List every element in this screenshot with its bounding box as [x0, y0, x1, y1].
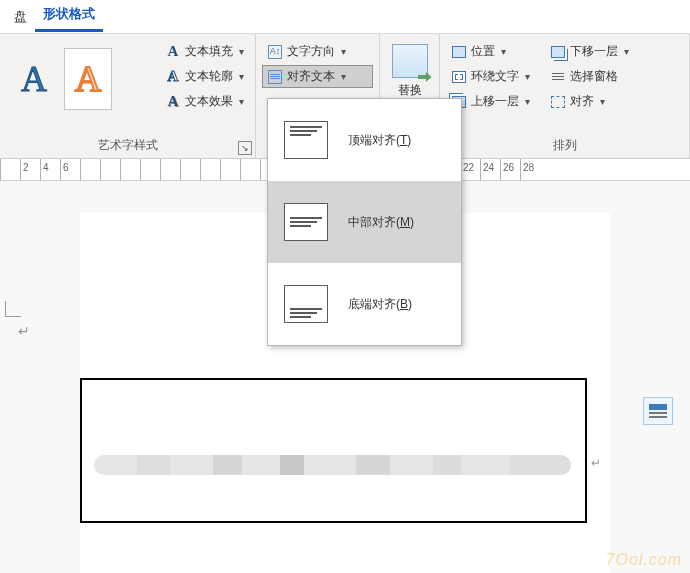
tab-prev[interactable]: 盘 — [6, 4, 35, 30]
position-label: 位置 — [471, 43, 495, 60]
text-fill-button[interactable]: A 文本填充 ▾ — [160, 40, 249, 63]
align-objects-label: 对齐 — [570, 93, 594, 110]
align-middle-label: 中部对齐(M) — [348, 214, 414, 231]
caret-icon: ▾ — [239, 71, 244, 82]
position-icon — [451, 44, 467, 60]
caret-icon: ▾ — [525, 71, 530, 82]
caret-icon: ▾ — [624, 46, 629, 57]
align-top-label: 顶端对齐(T) — [348, 132, 411, 149]
align-objects-icon — [550, 94, 566, 110]
bring-forward-label: 上移一层 — [471, 93, 519, 110]
align-bottom-label: 底端对齐(B) — [348, 296, 412, 313]
text-effects-label: 文本效果 — [185, 93, 233, 110]
text-direction-label: 文字方向 — [287, 43, 335, 60]
align-bottom-item[interactable]: 底端对齐(B) — [268, 263, 461, 345]
caret-icon: ▾ — [341, 46, 346, 57]
replace-icon — [392, 44, 428, 78]
paragraph-mark: ↵ — [18, 323, 30, 339]
caret-icon: ▾ — [501, 46, 506, 57]
text-outline-button[interactable]: A 文本轮廓 ▾ — [160, 65, 249, 88]
position-button[interactable]: 位置 ▾ — [446, 40, 535, 63]
dialog-launcher-wordart[interactable]: ↘ — [238, 141, 252, 155]
margin-corner — [5, 301, 21, 317]
paragraph-mark: ↵ — [591, 456, 601, 470]
wrap-text-button[interactable]: 环绕文字 ▾ — [446, 65, 535, 88]
align-top-icon — [284, 121, 328, 159]
text-direction-icon: A↕ — [267, 44, 283, 60]
caret-icon: ▾ — [341, 71, 346, 82]
align-text-dropdown: 顶端对齐(T) 中部对齐(M) 底端对齐(B) — [267, 98, 462, 346]
redacted-text-line — [94, 455, 571, 475]
text-effects-button[interactable]: A 文本效果 ▾ — [160, 90, 249, 113]
layout-options-icon — [649, 404, 667, 418]
wrap-text-label: 环绕文字 — [471, 68, 519, 85]
text-box-shape[interactable]: ↵ — [80, 378, 587, 523]
align-text-icon — [267, 69, 283, 85]
caret-icon: ▾ — [525, 96, 530, 107]
text-outline-icon: A — [165, 69, 181, 85]
caret-icon: ▾ — [239, 46, 244, 57]
wrap-text-icon — [451, 69, 467, 85]
align-middle-icon — [284, 203, 328, 241]
align-text-label: 对齐文本 — [287, 68, 335, 85]
group-label-wordart: 艺术字样式 — [6, 135, 249, 156]
caret-icon: ▾ — [600, 96, 605, 107]
send-backward-button[interactable]: 下移一层 ▾ — [545, 40, 634, 63]
align-text-button[interactable]: 对齐文本 ▾ — [262, 65, 373, 88]
align-bottom-icon — [284, 285, 328, 323]
text-direction-button[interactable]: A↕ 文字方向 ▾ — [262, 40, 373, 63]
send-backward-label: 下移一层 — [570, 43, 618, 60]
text-outline-label: 文本轮廓 — [185, 68, 233, 85]
align-middle-item[interactable]: 中部对齐(M) — [268, 181, 461, 263]
wordart-preset-1[interactable]: A — [10, 48, 58, 110]
send-backward-icon — [550, 44, 566, 60]
wordart-gallery[interactable]: A A — [6, 38, 122, 110]
group-label-arrange: 排列 — [446, 135, 683, 156]
text-fill-icon: A — [165, 44, 181, 60]
text-fill-label: 文本填充 — [185, 43, 233, 60]
selection-pane-icon — [550, 69, 566, 85]
align-objects-button[interactable]: 对齐 ▾ — [545, 90, 634, 113]
selection-pane-label: 选择窗格 — [570, 68, 618, 85]
selection-pane-button[interactable]: 选择窗格 — [545, 65, 634, 88]
tab-shape-format[interactable]: 形状格式 — [35, 1, 103, 32]
layout-options-button[interactable] — [643, 397, 673, 425]
wordart-preset-2[interactable]: A — [64, 48, 112, 110]
text-effects-icon: A — [165, 94, 181, 110]
watermark: 7Ool.com — [606, 551, 682, 569]
align-top-item[interactable]: 顶端对齐(T) — [268, 99, 461, 181]
caret-icon: ▾ — [239, 96, 244, 107]
